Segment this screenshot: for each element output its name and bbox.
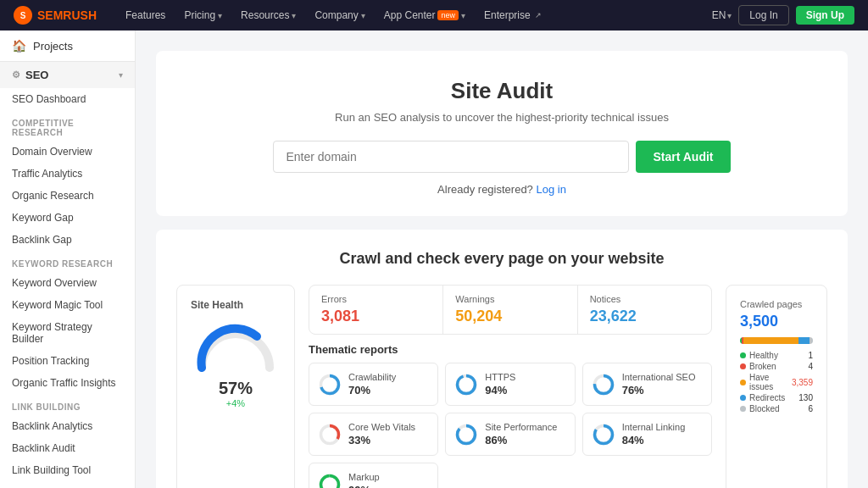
- nav-features[interactable]: Features: [117, 0, 174, 30]
- sidebar-seo[interactable]: ⚙ SEO ▾: [0, 62, 135, 88]
- sidebar-item-position-tracking[interactable]: Position Tracking: [0, 350, 135, 372]
- logo[interactable]: S SEMRUSH: [14, 6, 97, 25]
- sidebar-item-link-building-tool[interactable]: Link Building Tool: [0, 459, 135, 481]
- home-icon: 🏠: [12, 39, 26, 53]
- thematic-card[interactable]: Internal Linking 84%: [582, 413, 712, 456]
- competitive-research-label: COMPETITIVE RESEARCH: [0, 110, 135, 141]
- sidebar-item-seo-dashboard[interactable]: SEO Dashboard: [0, 88, 135, 110]
- keyword-research-label: KEYWORD RESEARCH: [0, 251, 135, 272]
- crawled-title: Crawled pages: [740, 299, 813, 309]
- link-building-label: LINK BUILDING: [0, 394, 135, 415]
- hero-form: Start Audit: [173, 141, 831, 173]
- sidebar-item-backlink-audit[interactable]: Backlink Audit: [0, 437, 135, 459]
- sidebar: 🏠 Projects ⚙ SEO ▾ SEO Dashboard COMPETI…: [0, 30, 136, 488]
- nav-pricing[interactable]: Pricing▾: [175, 0, 231, 30]
- gauge-svg: [193, 321, 278, 372]
- thematic-mini-gauge: [592, 373, 615, 396]
- sidebar-item-organic-research[interactable]: Organic Research: [0, 185, 135, 207]
- hero-section: Site Audit Run an SEO analysis to uncove…: [156, 51, 848, 216]
- legend-row: Healthy1: [740, 351, 813, 360]
- gauge-text: 57% +4%: [191, 379, 281, 408]
- thematic-grid: Crawlability 70% HTTPS 94% International…: [309, 363, 712, 488]
- errors-row: Errors 3,081 Warnings 50,204 Notices 23,…: [309, 285, 712, 335]
- crawled-value: 3,500: [740, 313, 813, 330]
- layout: 🏠 Projects ⚙ SEO ▾ SEO Dashboard COMPETI…: [0, 30, 868, 488]
- gauge-change: +4%: [191, 398, 281, 408]
- sidebar-item-organic-traffic-insights[interactable]: Organic Traffic Insights: [0, 372, 135, 394]
- nav-resources[interactable]: Resources▾: [232, 0, 304, 30]
- warnings-value: 50,204: [455, 308, 565, 325]
- sidebar-projects[interactable]: 🏠 Projects: [0, 30, 135, 62]
- gauge-percent: 57%: [191, 379, 281, 398]
- thematic-mini-gauge: [454, 423, 478, 446]
- login-button[interactable]: Log In: [738, 5, 788, 25]
- sidebar-item-keyword-magic-tool[interactable]: Keyword Magic Tool: [0, 294, 135, 316]
- thematic-mini-gauge: [592, 423, 615, 446]
- domain-input[interactable]: [273, 141, 629, 173]
- crawled-progress-bar: [740, 337, 813, 344]
- legend-row: Redirects130: [740, 393, 813, 402]
- legend-row: Blocked6: [740, 404, 813, 413]
- thematic-mini-gauge: [318, 473, 342, 489]
- language-selector[interactable]: EN▾: [712, 9, 732, 21]
- gauge-container: [193, 321, 278, 372]
- warnings-box: Warnings 50,204: [443, 286, 576, 334]
- hero-login-link[interactable]: Log in: [536, 183, 565, 196]
- signup-button[interactable]: Sign Up: [796, 6, 854, 25]
- sidebar-item-bulk-analysis[interactable]: Bulk Analysis: [0, 481, 135, 488]
- hero-subtitle: Run an SEO analysis to uncover the highe…: [173, 111, 831, 124]
- chevron-down-icon: ▾: [119, 70, 123, 80]
- crawled-legend: Healthy1Broken4Have issues3,359Redirects…: [740, 351, 813, 413]
- thematic-mini-gauge: [318, 423, 342, 446]
- thematic-card[interactable]: Site Performance 86%: [445, 413, 575, 456]
- svg-point-3: [458, 375, 476, 393]
- health-title: Site Health: [191, 299, 281, 311]
- thematic-section: Thematic reports Crawlability 70% HTTPS …: [309, 343, 712, 488]
- sidebar-item-backlink-analytics[interactable]: Backlink Analytics: [0, 415, 135, 437]
- start-audit-button[interactable]: Start Audit: [636, 141, 730, 173]
- thematic-card[interactable]: International SEO 76%: [582, 363, 712, 406]
- projects-label: Projects: [33, 40, 73, 53]
- thematic-card[interactable]: Crawlability 70%: [309, 363, 438, 406]
- thematic-card[interactable]: Core Web Vitals 33%: [309, 413, 438, 456]
- thematic-mini-gauge: [454, 373, 478, 396]
- top-navigation: S SEMRUSH Features Pricing▾ Resources▾ C…: [0, 0, 868, 30]
- notices-box: Notices 23,622: [578, 286, 711, 334]
- sidebar-item-traffic-analytics[interactable]: Traffic Analytics: [0, 163, 135, 185]
- thematic-title: Thematic reports: [309, 343, 712, 356]
- sidebar-item-keyword-strategy-builder[interactable]: Keyword Strategy Builder: [0, 316, 135, 350]
- thematic-mini-gauge: [318, 373, 342, 396]
- svg-point-13: [321, 475, 339, 488]
- nav-enterprise[interactable]: Enterprise↗: [476, 0, 550, 30]
- demo-grid: Site Health 57% +4%: [176, 285, 827, 488]
- demo-heading: Crawl and check every page on your websi…: [176, 250, 827, 268]
- nav-app-center[interactable]: App Centernew▾: [376, 0, 474, 30]
- main-content: Site Audit Run an SEO analysis to uncove…: [136, 30, 868, 488]
- thematic-card[interactable]: HTTPS 94%: [445, 363, 575, 406]
- legend-row: Broken4: [740, 362, 813, 371]
- right-side: Errors 3,081 Warnings 50,204 Notices 23,…: [309, 285, 712, 488]
- gear-icon: ⚙: [12, 69, 20, 80]
- sidebar-item-keyword-overview[interactable]: Keyword Overview: [0, 272, 135, 294]
- sidebar-item-domain-overview[interactable]: Domain Overview: [0, 141, 135, 163]
- logo-icon: S: [14, 6, 32, 25]
- nav-company[interactable]: Company▾: [306, 0, 373, 30]
- site-health-card: Site Health 57% +4%: [176, 285, 295, 488]
- nav-right: EN▾ Log In Sign Up: [712, 5, 854, 25]
- sidebar-item-keyword-gap[interactable]: Keyword Gap: [0, 207, 135, 229]
- demo-section: Crawl and check every page on your websi…: [156, 230, 848, 488]
- sidebar-item-backlink-gap[interactable]: Backlink Gap: [0, 229, 135, 251]
- errors-value: 3,081: [321, 308, 431, 325]
- errors-box: Errors 3,081: [309, 286, 442, 334]
- hero-login-prompt: Already registered? Log in: [173, 183, 831, 196]
- page-title: Site Audit: [173, 78, 831, 104]
- nav-links: Features Pricing▾ Resources▾ Company▾ Ap…: [117, 0, 712, 30]
- crawled-pages-card: Crawled pages 3,500 Healthy1Broken4Have …: [726, 285, 827, 488]
- thematic-card[interactable]: Markup 99%: [309, 463, 438, 488]
- notices-value: 23,622: [590, 308, 699, 325]
- legend-row: Have issues3,359: [740, 373, 813, 391]
